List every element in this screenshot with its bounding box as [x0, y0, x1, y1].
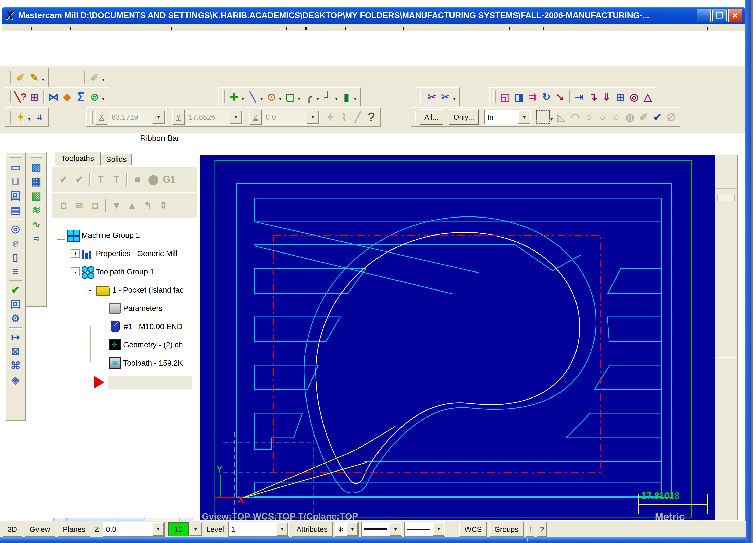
- tree-row-toolpath-group[interactable]: - Toolpath Group 1: [71, 263, 154, 280]
- analyze-sum-icon[interactable]: Σ: [74, 90, 88, 104]
- tree-row-toolpath-file[interactable]: ≋ Toolpath - 159.2K: [109, 354, 183, 372]
- trim-divide-icon[interactable]: ✂: [439, 90, 452, 104]
- toolpath-drill-icon[interactable]: ⊔: [7, 174, 24, 189]
- surface-finish-contour-icon[interactable]: ▧: [28, 189, 44, 203]
- move-up-icon[interactable]: ▲: [124, 198, 140, 213]
- collapse-icon[interactable]: -: [57, 231, 65, 240]
- toolpath-display-icon[interactable]: ≋: [71, 198, 87, 213]
- xform-offset-icon[interactable]: ⇉: [526, 90, 539, 104]
- x-coordinate-label[interactable]: X: [95, 110, 107, 125]
- surface-flowline-icon[interactable]: ≈: [28, 231, 44, 245]
- select-clear-icon[interactable]: ∅: [664, 110, 678, 124]
- collapse-icon[interactable]: -: [71, 267, 80, 276]
- window-select-icon[interactable]: [536, 110, 550, 124]
- planes-button[interactable]: Planes: [58, 522, 91, 537]
- tree-item-label[interactable]: Properties - Generic Mill: [96, 249, 177, 258]
- redo-pencil-icon[interactable]: ✎: [27, 70, 41, 85]
- z-depth-combo[interactable]: 0.0 ▼: [103, 522, 165, 537]
- create-rectangle-dropdown[interactable]: ▼: [297, 97, 301, 101]
- tree-item-label[interactable]: Machine Group 1: [82, 231, 140, 240]
- expand-icon[interactable]: +: [71, 249, 80, 258]
- analyze-angle-icon[interactable]: ◆: [60, 90, 74, 104]
- toolpath-face-icon[interactable]: ▤: [7, 203, 24, 217]
- exclaim-button[interactable]: !: [526, 522, 534, 537]
- tree-row-parameters[interactable]: Parameters: [109, 300, 163, 317]
- create-solid-cylinder-dropdown[interactable]: ▼: [353, 97, 357, 101]
- xform-mirror-icon[interactable]: ◨: [512, 90, 526, 104]
- toolpath-verify-icon[interactable]: ✔: [7, 283, 24, 297]
- z-dropdown-icon[interactable]: ▼: [307, 111, 319, 124]
- tree-row-tool[interactable]: #1 - M10.00 END: [109, 318, 183, 335]
- z-coordinate-field[interactable]: 0.0 ▼: [263, 110, 320, 125]
- redo-pencil-dropdown[interactable]: ▼: [41, 78, 45, 82]
- surface-rough-parallel-icon[interactable]: ▨: [28, 160, 44, 174]
- xform-nesting-icon[interactable]: △: [641, 90, 655, 104]
- lock-icon[interactable]: ◘: [56, 198, 71, 213]
- toolpath-point-icon[interactable]: ↦: [7, 330, 24, 344]
- clear-all-operations-icon[interactable]: ✔: [71, 172, 87, 187]
- delete-pencil-dropdown[interactable]: ▼: [101, 78, 105, 82]
- selection-mode-dropdown-icon[interactable]: ▼: [518, 111, 530, 124]
- toolpath-slot-mill-icon[interactable]: ▯: [7, 250, 24, 264]
- toolpath-corners-icon[interactable]: ⌘: [7, 358, 24, 373]
- level-label[interactable]: Level:: [206, 525, 226, 534]
- fastpoint-icon[interactable]: ⌗: [32, 110, 46, 124]
- point-style-dropdown-icon[interactable]: ▼: [347, 523, 358, 536]
- create-line-icon[interactable]: ╲: [246, 90, 260, 104]
- trim-divide-dropdown[interactable]: ▼: [452, 97, 456, 101]
- lock-posting-icon[interactable]: ◘: [87, 198, 103, 213]
- y-coordinate-label[interactable]: Y: [172, 110, 185, 125]
- strip-thumb[interactable]: [717, 195, 735, 201]
- xform-array-icon[interactable]: ⊞: [614, 90, 627, 104]
- surface-finish-scallop-icon[interactable]: ∿: [28, 217, 44, 231]
- tree-row-geometry[interactable]: ✛ Geometry - (2) ch: [109, 336, 183, 353]
- create-point-icon[interactable]: ✚: [227, 90, 241, 104]
- z-label[interactable]: Z:: [94, 525, 101, 534]
- toolpath-machine-icon[interactable]: ⚙: [7, 311, 24, 325]
- tree-row-pocket-operation[interactable]: - 1 - Pocket (Island fac: [86, 281, 184, 299]
- insert-arrow-icon[interactable]: ↰: [140, 198, 156, 213]
- regen-all-icon[interactable]: T: [109, 172, 124, 187]
- toolpath-solid-icon[interactable]: ◈: [7, 373, 24, 387]
- line-style-dropdown-icon[interactable]: ▼: [390, 523, 401, 536]
- level-combo[interactable]: 1 ▼: [228, 522, 289, 537]
- create-rectangle-icon[interactable]: ▢: [283, 90, 297, 104]
- autocursor-dropdown[interactable]: ▼: [27, 117, 31, 122]
- close-button[interactable]: ✕: [728, 9, 742, 22]
- collapse-icon[interactable]: -: [86, 286, 94, 294]
- toolpath-remachine-icon[interactable]: 回: [7, 297, 24, 311]
- xform-translate-icon[interactable]: ◱: [498, 90, 512, 104]
- tab-solids[interactable]: Solids: [101, 153, 132, 166]
- analyze-dynamic-icon[interactable]: ⊜: [88, 90, 101, 104]
- question-button[interactable]: ?: [537, 522, 547, 537]
- x-dropdown-icon[interactable]: ▼: [153, 111, 165, 124]
- xform-roll-icon[interactable]: ◎: [627, 90, 641, 104]
- select-pencil-icon[interactable]: ✐: [637, 110, 651, 124]
- help-icon[interactable]: ?: [365, 110, 378, 124]
- select-circle1-icon[interactable]: ○: [582, 110, 596, 124]
- groups-button[interactable]: Groups: [489, 522, 524, 537]
- backplot-icon[interactable]: ■: [130, 172, 146, 187]
- graphics-canvas[interactable]: YX17.81018MetricGview:TOP WCS:TOP T/Cpla…: [200, 155, 715, 520]
- select-circle3-icon[interactable]: ○: [609, 110, 623, 124]
- tree-item-label[interactable]: Toolpath Group 1: [96, 267, 154, 276]
- selection-mode-combo[interactable]: In ▼: [484, 110, 531, 125]
- color-dropdown-icon[interactable]: ▼: [190, 523, 202, 536]
- toolpath-helix-bore-icon[interactable]: ⅇ: [7, 236, 24, 250]
- toolpath-pocket-icon[interactable]: 回: [7, 189, 24, 203]
- surface-rough-pocket-icon[interactable]: ▦: [28, 174, 44, 189]
- y-dropdown-icon[interactable]: ▼: [230, 111, 242, 124]
- create-fillet-dropdown[interactable]: ▼: [316, 97, 320, 101]
- toolpath-circle-mill-icon[interactable]: ◎: [7, 222, 24, 236]
- color-selector[interactable]: 10: [168, 522, 189, 536]
- toolbar-grip[interactable]: [31, 155, 42, 158]
- create-chamfer-dropdown[interactable]: ▼: [334, 97, 338, 101]
- z-coordinate-label[interactable]: Z: [249, 110, 262, 125]
- tab-toolpaths[interactable]: Toolpaths: [54, 151, 101, 166]
- regen-selected-icon[interactable]: T: [93, 172, 109, 187]
- line-style-combo[interactable]: ▼: [361, 522, 402, 537]
- xform-drag-icon[interactable]: ⇓: [600, 90, 614, 104]
- window-select-dropdown[interactable]: ▼: [550, 117, 554, 122]
- y-coordinate-field[interactable]: 17.8526 ▼: [186, 110, 243, 125]
- analyze-entity-icon[interactable]: ╲?: [14, 90, 27, 104]
